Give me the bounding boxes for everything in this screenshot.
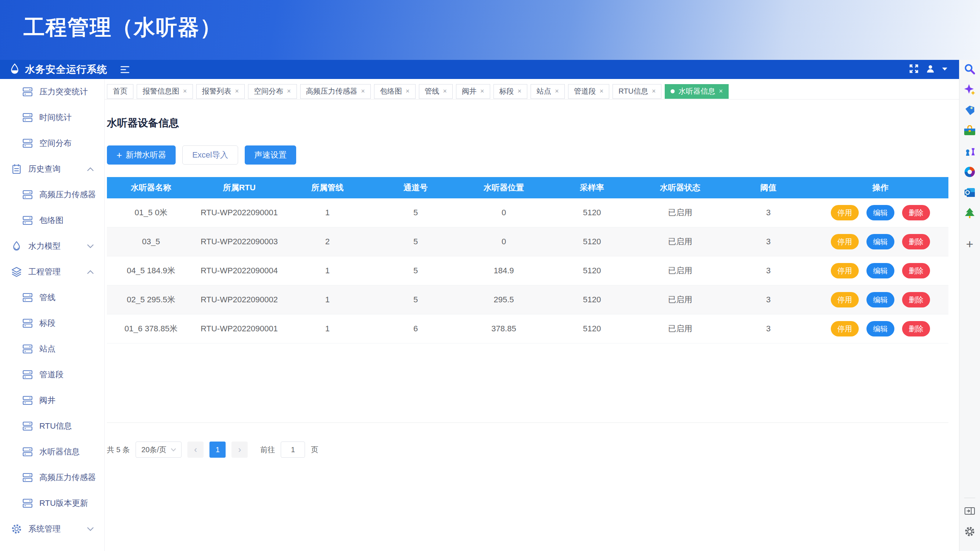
tab-label: 包络图: [380, 86, 402, 96]
tab-4[interactable]: 高频压力传感器×: [300, 84, 371, 99]
tab-1[interactable]: 报警信息图×: [137, 84, 193, 99]
excel-import-button[interactable]: Excel导入: [182, 146, 238, 165]
server-icon: [22, 446, 33, 457]
settings-icon[interactable]: [964, 525, 976, 538]
edit-button[interactable]: 编辑: [867, 234, 894, 249]
sidebar-item-3[interactable]: 历史查询: [0, 156, 104, 182]
tab-7[interactable]: 阀井×: [456, 84, 490, 99]
sidebar-item-4[interactable]: 高频压力传感器: [0, 182, 104, 208]
disable-button[interactable]: 停用: [831, 321, 859, 337]
copilot-icon[interactable]: [964, 83, 976, 96]
edit-button[interactable]: 编辑: [867, 205, 894, 221]
delete-button[interactable]: 删除: [902, 321, 930, 337]
main-content: 首页报警信息图×报警列表×空间分布×高频压力传感器×包络图×管线×阀井×标段×站…: [105, 79, 959, 551]
close-icon[interactable]: ×: [555, 87, 559, 95]
sidebar-item-13[interactable]: RTU信息: [0, 413, 104, 439]
close-icon[interactable]: ×: [443, 87, 447, 95]
close-icon[interactable]: ×: [287, 87, 291, 95]
sound-speed-settings-button[interactable]: 声速设置: [245, 146, 296, 165]
sidebar-item-7[interactable]: 工程管理: [0, 259, 104, 285]
goto-page-input[interactable]: [281, 441, 305, 458]
sidebar-item-11[interactable]: 管道段: [0, 362, 104, 387]
m365-icon[interactable]: [964, 166, 976, 178]
disable-button[interactable]: 停用: [831, 263, 859, 278]
tab-12[interactable]: 水听器信息×: [665, 84, 729, 99]
table-row: 01_5 0米RTU-WP20220900011505120已启用3停用编辑删除: [107, 198, 948, 227]
prev-page-button[interactable]: ‹: [188, 441, 204, 458]
sidebar-item-5[interactable]: 包络图: [0, 208, 104, 233]
games-icon[interactable]: [964, 145, 976, 157]
sidebar-item-2[interactable]: 空间分布: [0, 130, 104, 156]
edit-button[interactable]: 编辑: [867, 292, 894, 308]
tab-11[interactable]: RTU信息×: [612, 84, 662, 99]
tab-2[interactable]: 报警列表×: [196, 84, 245, 99]
user-dropdown-caret-icon[interactable]: [942, 66, 948, 73]
browser-sidebar: +: [959, 60, 980, 551]
edit-button[interactable]: 编辑: [867, 263, 894, 278]
sidebar-item-label: 阀井: [39, 395, 56, 406]
hydrophone-table: 水听器名称所属RTU所属管线通道号水听器位置采样率水听器状态阈值操作 01_5 …: [107, 177, 948, 343]
tab-label: 管道段: [574, 86, 596, 96]
outlook-icon[interactable]: [964, 186, 976, 199]
delete-button[interactable]: 删除: [902, 292, 930, 308]
sidebar-item-8[interactable]: 管线: [0, 285, 104, 310]
tree-icon[interactable]: [964, 207, 976, 219]
close-icon[interactable]: ×: [406, 87, 410, 95]
column-header: 采样率: [548, 182, 636, 193]
tab-label: 报警列表: [202, 86, 232, 96]
search-icon[interactable]: [964, 63, 976, 75]
tab-0[interactable]: 首页: [107, 84, 134, 99]
delete-button[interactable]: 删除: [902, 263, 930, 278]
sidebar-item-15[interactable]: 高频压力传感器: [0, 465, 104, 491]
close-icon[interactable]: ×: [480, 87, 484, 95]
close-icon[interactable]: ×: [652, 87, 656, 95]
close-icon[interactable]: ×: [518, 87, 522, 95]
tab-6[interactable]: 管线×: [419, 84, 453, 99]
fullscreen-icon[interactable]: [908, 63, 920, 76]
tab-10[interactable]: 管道段×: [568, 84, 609, 99]
close-icon[interactable]: ×: [600, 87, 604, 95]
close-icon[interactable]: ×: [235, 87, 239, 95]
server-icon: [22, 112, 33, 123]
panel-toggle-icon[interactable]: [964, 505, 976, 517]
app-root: 工程管理（水听器） 水务安全运行系统: [0, 0, 980, 551]
sidebar-item-6[interactable]: 水力模型: [0, 233, 104, 259]
add-hydrophone-button[interactable]: + 新增水听器: [107, 146, 176, 165]
toolbox-icon[interactable]: [964, 124, 976, 137]
sidebar-item-1[interactable]: 时间统计: [0, 105, 104, 130]
table-cell: RTU-WP2022090001: [195, 208, 283, 218]
table-cell: 04_5 184.9米: [107, 265, 195, 276]
edit-button[interactable]: 编辑: [867, 321, 894, 337]
user-avatar-icon[interactable]: [925, 64, 935, 75]
menu-collapse-icon[interactable]: [121, 66, 129, 73]
sidebar-item-14[interactable]: 水听器信息: [0, 439, 104, 465]
tab-9[interactable]: 站点×: [531, 84, 565, 99]
close-icon[interactable]: ×: [183, 87, 187, 95]
layers-icon: [11, 266, 22, 277]
tab-8[interactable]: 标段×: [493, 84, 528, 99]
sidebar-item-12[interactable]: 阀井: [0, 387, 104, 413]
tab-5[interactable]: 包络图×: [374, 84, 415, 99]
chevron-up-icon: [87, 164, 94, 174]
active-tab-dot: [671, 89, 675, 93]
delete-button[interactable]: 删除: [902, 205, 930, 221]
next-page-button[interactable]: ›: [232, 441, 248, 458]
table-cell: 5120: [548, 208, 636, 218]
current-page-button[interactable]: 1: [210, 441, 226, 458]
disable-button[interactable]: 停用: [831, 292, 859, 308]
disable-button[interactable]: 停用: [831, 205, 859, 221]
disable-button[interactable]: 停用: [831, 234, 859, 249]
page-size-select[interactable]: 20条/页: [135, 441, 181, 458]
close-icon[interactable]: ×: [719, 87, 723, 95]
delete-button[interactable]: 删除: [902, 234, 930, 249]
sidebar-item-10[interactable]: 站点: [0, 336, 104, 362]
sidebar-item-17[interactable]: 系统管理: [0, 516, 104, 542]
sidebar-item-0[interactable]: 压力突变统计: [0, 79, 104, 105]
sidebar-item-9[interactable]: 标段: [0, 310, 104, 336]
sidebar-item-label: 空间分布: [39, 138, 72, 149]
tab-3[interactable]: 空间分布×: [248, 84, 297, 99]
shopping-tag-icon[interactable]: [964, 104, 976, 116]
add-icon[interactable]: +: [964, 238, 976, 250]
close-icon[interactable]: ×: [361, 87, 365, 95]
sidebar-item-16[interactable]: RTU版本更新: [0, 491, 104, 516]
